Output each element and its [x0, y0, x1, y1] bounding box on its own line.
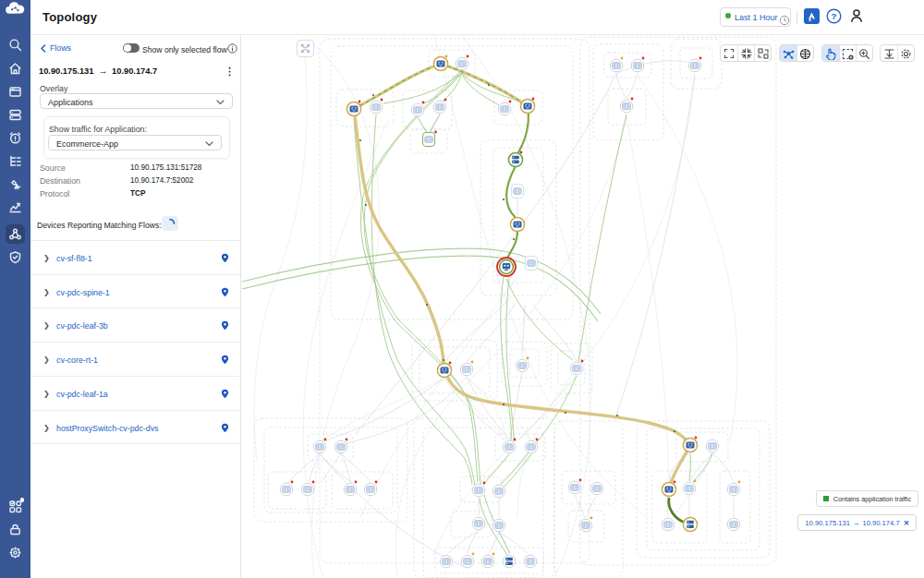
svg-text:?: ?	[832, 11, 837, 21]
